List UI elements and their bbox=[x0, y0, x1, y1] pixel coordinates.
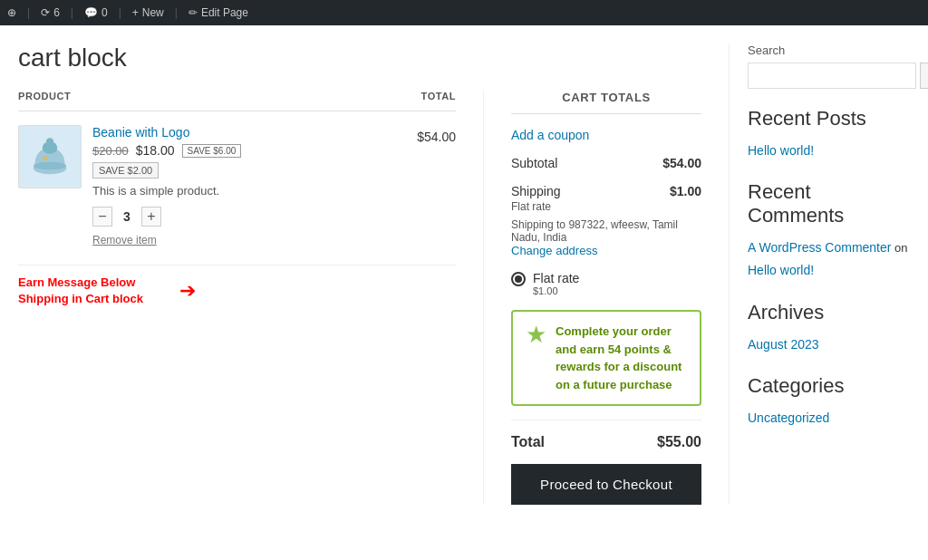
recent-post-link-0[interactable]: Hello world! bbox=[748, 140, 910, 162]
main-content: cart block PRODUCT TOTAL bbox=[18, 43, 701, 505]
flat-rate-option[interactable]: Flat rate $1.00 bbox=[511, 271, 701, 296]
remove-item-link[interactable]: Remove item bbox=[92, 234, 157, 246]
cart-totals-header: CART TOTALS bbox=[511, 91, 701, 114]
search-row: Search bbox=[748, 63, 910, 89]
price-row: $20.00 $18.00 SAVE $6.00 bbox=[92, 143, 406, 158]
quantity-value: 3 bbox=[118, 209, 136, 224]
checkout-button[interactable]: Proceed to Checkout bbox=[511, 464, 701, 505]
annotation-text: Earn Message Below Shipping in Cart bloc… bbox=[18, 275, 172, 307]
subtotal-row: Subtotal $54.00 bbox=[511, 156, 701, 170]
shipping-method-label: Flat rate bbox=[511, 200, 551, 213]
comment-post-link[interactable]: Hello world! bbox=[748, 263, 814, 277]
wp-logo: ⊕ bbox=[7, 6, 16, 19]
shipping-row: Shipping $1.00 Flat rate Shipping to 987… bbox=[511, 184, 701, 257]
comments-count[interactable]: 💬 0 bbox=[84, 6, 108, 19]
product-image bbox=[27, 134, 72, 179]
annotation-wrapper: Earn Message Below Shipping in Cart bloc… bbox=[18, 275, 456, 307]
qty-decrease-button[interactable]: − bbox=[92, 207, 112, 227]
comment-entry: A WordPress Commenter on Hello world! bbox=[748, 237, 910, 282]
comment-on-text: on bbox=[894, 241, 907, 255]
subtotal-value: $54.00 bbox=[662, 156, 701, 170]
shipping-label: Shipping bbox=[511, 184, 561, 198]
shipping-value: $1.00 bbox=[670, 184, 701, 198]
recent-comments-title: Recent Comments bbox=[748, 180, 910, 227]
total-col-header: TOTAL bbox=[421, 91, 456, 101]
flat-rate-label: Flat rate bbox=[533, 271, 579, 285]
product-header: PRODUCT TOTAL bbox=[18, 91, 456, 111]
categories-title: Categories bbox=[748, 374, 910, 398]
category-item-0[interactable]: Uncategorized bbox=[748, 407, 910, 430]
save-inline-badge: SAVE $6.00 bbox=[182, 144, 242, 158]
edit-page-button[interactable]: ✏ Edit Page bbox=[188, 6, 248, 19]
search-button[interactable]: Search bbox=[920, 63, 928, 89]
flat-rate-info: Flat rate $1.00 bbox=[533, 271, 579, 296]
earn-star-icon: ★ bbox=[526, 323, 546, 346]
categories-section: Categories Uncategorized bbox=[748, 374, 910, 430]
product-description: This is a simple product. bbox=[92, 184, 406, 198]
shipping-address: Shipping to 987322, wfeesw, Tamil Nadu, … bbox=[511, 218, 701, 257]
page-title: cart block bbox=[18, 43, 701, 72]
cart-area: PRODUCT TOTAL bbox=[18, 91, 701, 505]
annotation-arrow-icon: ➔ bbox=[179, 281, 196, 301]
shipping-to-text: Shipping to bbox=[511, 218, 568, 231]
radio-inner bbox=[515, 275, 522, 283]
recent-posts-section: Recent Posts Hello world! bbox=[748, 107, 910, 162]
subtotal-label: Subtotal bbox=[511, 156, 557, 170]
flat-rate-radio[interactable] bbox=[511, 272, 526, 286]
product-row: Beanie with Logo $20.00 $18.00 SAVE $6.0… bbox=[18, 125, 456, 266]
archives-section: Archives August 2023 bbox=[748, 301, 910, 356]
product-total: $54.00 bbox=[417, 125, 456, 144]
cart-left: PRODUCT TOTAL bbox=[18, 91, 484, 505]
admin-bar: ⊕ | ⟳ 6 | 💬 0 | + New | ✏ Edit Page bbox=[0, 0, 928, 25]
product-total-value: $54.00 bbox=[417, 130, 456, 144]
earn-message-box: ★ Complete your order and earn 54 points… bbox=[511, 310, 701, 406]
product-thumbnail bbox=[18, 125, 82, 188]
earn-message-text: Complete your order and earn 54 points &… bbox=[556, 323, 687, 393]
quantity-row: − 3 + bbox=[92, 207, 406, 227]
new-button[interactable]: + New bbox=[132, 6, 164, 19]
svg-point-4 bbox=[44, 156, 48, 160]
old-price: $20.00 bbox=[92, 144, 129, 158]
sidebar: Search Search Recent Posts Hello world! … bbox=[729, 43, 928, 505]
recent-comments-section: Recent Comments A WordPress Commenter on… bbox=[748, 180, 910, 282]
product-details: Beanie with Logo $20.00 $18.00 SAVE $6.0… bbox=[92, 125, 406, 246]
total-value: $55.00 bbox=[657, 434, 701, 450]
update-count[interactable]: ⟳ 6 bbox=[41, 6, 60, 19]
search-input[interactable] bbox=[748, 63, 916, 89]
product-name-link[interactable]: Beanie with Logo bbox=[92, 125, 189, 140]
archive-item-0[interactable]: August 2023 bbox=[748, 333, 910, 356]
svg-point-3 bbox=[34, 162, 67, 169]
recent-posts-title: Recent Posts bbox=[748, 107, 910, 130]
svg-point-2 bbox=[46, 138, 53, 145]
cart-totals-panel: CART TOTALS Add a coupon Subtotal $54.00… bbox=[484, 91, 701, 505]
qty-increase-button[interactable]: + bbox=[141, 207, 161, 227]
commenter-link[interactable]: A WordPress Commenter bbox=[748, 240, 891, 255]
total-label: Total bbox=[511, 434, 545, 450]
product-col-header: PRODUCT bbox=[18, 91, 71, 101]
flat-rate-price: $1.00 bbox=[533, 285, 579, 296]
new-price: $18.00 bbox=[136, 143, 175, 158]
total-row: Total $55.00 bbox=[511, 420, 701, 450]
archives-title: Archives bbox=[748, 301, 910, 324]
search-label: Search bbox=[748, 43, 910, 57]
save-badge: SAVE $2.00 bbox=[92, 162, 159, 179]
add-coupon-link[interactable]: Add a coupon bbox=[511, 128, 701, 142]
change-address-link[interactable]: Change address bbox=[511, 244, 597, 257]
